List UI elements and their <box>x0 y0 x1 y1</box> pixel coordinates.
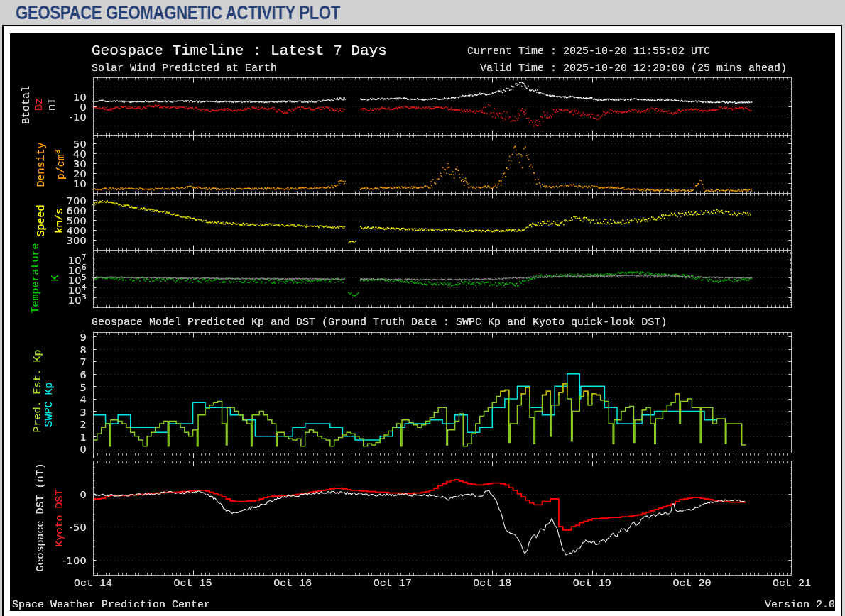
x-axis-label-0: Oct 14 <box>58 578 129 590</box>
chart-subtitle: Solar Wind Predicted at Earth <box>92 62 277 75</box>
panel-imf-ylabel-0: Btotal <box>21 86 33 124</box>
x-axis-label-2: Oct 16 <box>257 578 328 590</box>
panel-kp-ytick-4: 5 <box>44 382 87 393</box>
x-axis-label-6: Oct 20 <box>656 578 727 590</box>
panel-temperature-ytick-4: 103 <box>44 292 87 306</box>
panel-dst-ytick-2: -100 <box>44 555 87 566</box>
panel-kp-ytick-2: 7 <box>44 356 87 368</box>
panel-speed-ytick-4: 300 <box>44 235 87 246</box>
panel-dst-ytick-1: -50 <box>44 522 87 533</box>
panel-kp-ytick-8: 1 <box>44 431 87 443</box>
panel-kp-ytick-7: 2 <box>44 419 87 430</box>
panel-kp-ytick-3: 6 <box>44 369 87 380</box>
panel-kp-ytick-0: 9 <box>44 331 87 343</box>
x-axis-label-1: Oct 15 <box>158 578 229 590</box>
mid-title: Geospace Model Predicted Kp and DST (Gro… <box>92 317 667 329</box>
page: GEOSPACE GEOMAGNETIC ACTIVITY PLOT Geosp… <box>0 0 845 616</box>
panel-density-ytick-4: 10 <box>44 178 87 189</box>
panel-kp-ytick-9: 0 <box>44 444 87 455</box>
x-axis-label-5: Oct 19 <box>557 578 628 590</box>
chart-title: Geospace Timeline : Latest 7 Days <box>92 43 387 59</box>
panel-dst-ytick-0: 0 <box>44 489 87 500</box>
valid-time: Valid Time : 2025-10-20 12:20:00 (25 min… <box>480 62 787 75</box>
panel-imf-ylabel-1: Bz <box>33 98 45 111</box>
footer-left: Space Weather Prediction Center <box>12 599 210 611</box>
panel-kp-ytick-1: 8 <box>44 344 87 356</box>
chart-canvas <box>0 0 845 616</box>
panel-kp-ytick-5: 4 <box>44 394 87 405</box>
x-axis-label-7: Oct 21 <box>756 578 827 590</box>
footer-right: Version 2.0 <box>765 599 835 611</box>
x-axis-label-3: Oct 17 <box>357 578 428 590</box>
x-axis-label-4: Oct 18 <box>457 578 528 590</box>
panel-temperature-ylabel-0: Temperature <box>30 243 42 313</box>
panel-kp-ylabel-0: Pred. Est. Kp <box>32 349 44 432</box>
current-time: Current Time : 2025-10-20 11:55:02 UTC <box>467 45 710 57</box>
panel-imf-ytick-2: -10 <box>44 111 87 123</box>
panel-kp-ytick-6: 3 <box>44 407 87 418</box>
